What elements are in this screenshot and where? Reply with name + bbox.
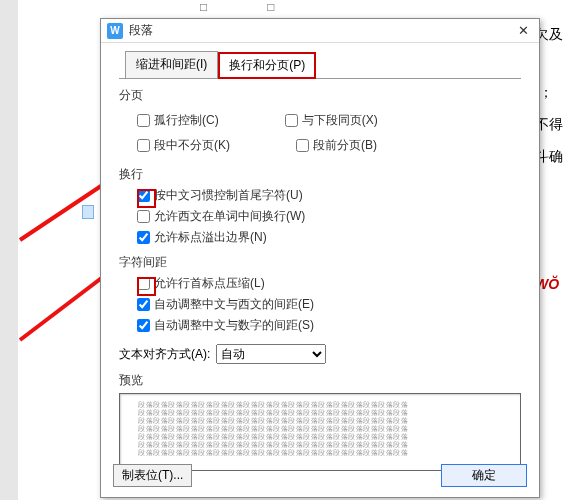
preview-box: 段落段落段落段落段落段落段落段落段落段落段落段落段落段落段落段落段落段落 段落段… bbox=[119, 393, 521, 471]
section-pagination: 分页 孤行控制(C) 与下段同页(X) 段中不分页(K) 段前分页(B) bbox=[119, 87, 521, 158]
ruler: □□ bbox=[200, 0, 335, 14]
close-button[interactable]: ✕ bbox=[507, 19, 539, 43]
hanging-punct-checkbox[interactable]: 允许标点溢出边界(N) bbox=[137, 229, 521, 246]
text-alignment-select[interactable]: 自动 bbox=[216, 344, 326, 364]
section-char-spacing: 字符间距 允许行首标点压缩(L) 自动调整中文与西文的间距(E) 自动调整中文与… bbox=[119, 254, 521, 334]
keep-with-next-checkbox[interactable]: 与下段同页(X) bbox=[285, 112, 378, 129]
page-gutter bbox=[0, 0, 18, 500]
auto-space-cn-en-checkbox[interactable]: 自动调整中文与西文的间距(E) bbox=[137, 296, 521, 313]
auto-space-cn-num-checkbox[interactable]: 自动调整中文与数字的间距(S) bbox=[137, 317, 521, 334]
section-preview: 预览 段落段落段落段落段落段落段落段落段落段落段落段落段落段落段落段落段落段落 … bbox=[119, 372, 521, 471]
tabstops-button[interactable]: 制表位(T)... bbox=[113, 464, 192, 487]
dialog-title: 段落 bbox=[129, 22, 153, 39]
pagination-title: 分页 bbox=[119, 87, 521, 104]
charspacing-title: 字符间距 bbox=[119, 254, 521, 271]
latin-word-wrap-checkbox[interactable]: 允许西文在单词中间换行(W) bbox=[137, 208, 521, 225]
dialog-footer: 制表位(T)... 确定 bbox=[113, 464, 527, 487]
tab-indent-spacing[interactable]: 缩进和间距(I) bbox=[125, 51, 218, 78]
widow-control-checkbox[interactable]: 孤行控制(C) bbox=[137, 112, 219, 129]
compress-punct-checkbox[interactable]: 允许行首标点压缩(L) bbox=[137, 275, 521, 292]
page-thumb-icon bbox=[82, 205, 94, 219]
app-icon: W bbox=[107, 23, 123, 39]
titlebar: W 段落 ✕ bbox=[101, 19, 539, 43]
page-break-before-checkbox[interactable]: 段前分页(B) bbox=[296, 137, 377, 154]
preview-title: 预览 bbox=[119, 372, 521, 389]
tab-line-page-breaks[interactable]: 换行和分页(P) bbox=[218, 52, 316, 79]
linebreak-title: 换行 bbox=[119, 166, 521, 183]
text-alignment-row: 文本对齐方式(A): 自动 bbox=[119, 344, 521, 364]
ok-button[interactable]: 确定 bbox=[441, 464, 527, 487]
keep-lines-together-checkbox[interactable]: 段中不分页(K) bbox=[137, 137, 230, 154]
tab-strip: 缩进和间距(I) 换行和分页(P) bbox=[125, 51, 521, 78]
paragraph-dialog: W 段落 ✕ 缩进和间距(I) 换行和分页(P) 分页 孤行控制(C) 与下段同… bbox=[100, 18, 540, 498]
section-line-break: 换行 按中文习惯控制首尾字符(U) 允许西文在单词中间换行(W) 允许标点溢出边… bbox=[119, 166, 521, 246]
text-alignment-label: 文本对齐方式(A): bbox=[119, 346, 210, 363]
asian-line-break-checkbox[interactable]: 按中文习惯控制首尾字符(U) bbox=[137, 187, 521, 204]
